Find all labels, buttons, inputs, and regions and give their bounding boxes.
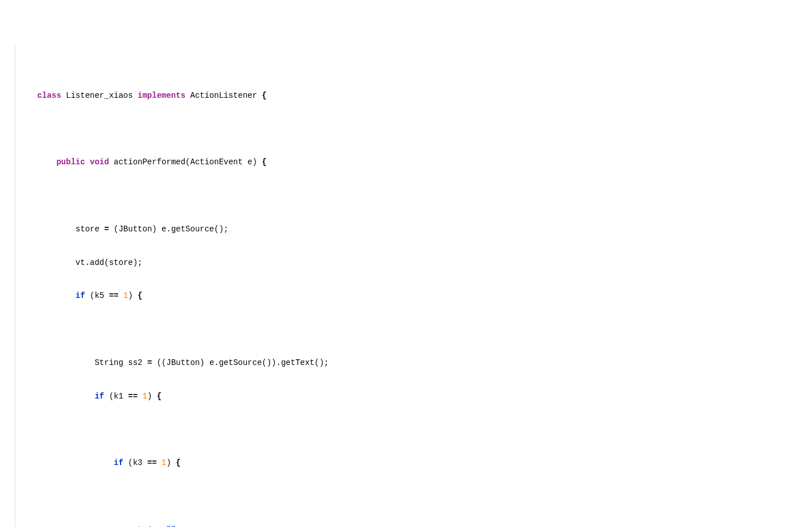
code-line[interactable]: str1 = ""; <box>0 525 812 527</box>
code-line[interactable]: store = (JButton) e.getSource(); <box>0 224 812 235</box>
class-name: Listener_xiaos <box>66 91 133 100</box>
code-line[interactable]: if (k1 == 1) { <box>0 391 812 402</box>
code-line[interactable] <box>0 324 812 335</box>
code-line[interactable]: if (k3 == 1) { <box>0 458 812 469</box>
code-line[interactable]: if (k5 == 1) { <box>0 291 812 302</box>
keyword-if: if <box>114 458 123 467</box>
method-name: actionPerformed <box>114 157 185 167</box>
code-line[interactable]: String ss2 = ((JButton) e.getSource()).g… <box>0 358 812 369</box>
gutter-divider <box>15 45 15 527</box>
keyword-if: if <box>94 392 104 401</box>
code-line[interactable]: public void actionPerformed(ActionEvent … <box>0 157 812 168</box>
code-line[interactable] <box>0 491 812 503</box>
interface-name: ActionListener <box>190 91 257 100</box>
keyword-class: class <box>38 91 61 100</box>
code-line[interactable] <box>0 190 812 202</box>
code-line[interactable]: vt.add(store); <box>0 258 812 269</box>
keyword-public: public <box>56 157 85 167</box>
code-line[interactable] <box>0 124 812 135</box>
keyword-if: if <box>76 291 85 300</box>
code-editor[interactable]: class Listener_xiaos implements ActionLi… <box>0 45 812 527</box>
keyword-void: void <box>90 157 109 167</box>
keyword-implements: implements <box>138 91 185 100</box>
code-line[interactable] <box>0 425 812 436</box>
code-line[interactable]: class Listener_xiaos implements ActionLi… <box>0 90 812 102</box>
